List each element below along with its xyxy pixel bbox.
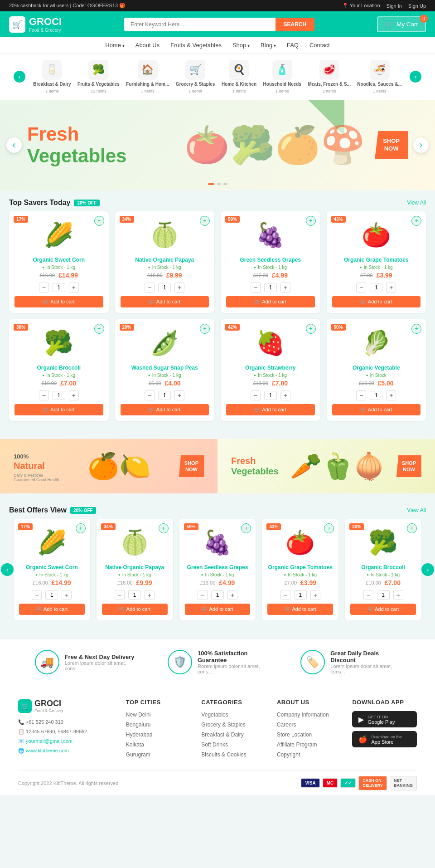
product-fav-3[interactable]: + [411,216,421,226]
qty-plus-4[interactable]: + [69,390,79,400]
footer-link-anchor-0-3[interactable]: Kolkata [126,741,144,748]
product-name-0[interactable]: Organic Sweet Corn [19,564,85,571]
footer-link-anchor-2-1[interactable]: Careers [277,722,296,728]
product-name-2[interactable]: Green Seedless Grapes [226,257,315,263]
footer-link-1-2[interactable]: Breakfast & Dairy [201,731,266,738]
qty-plus-0[interactable]: + [69,283,79,293]
add-to-cart-2[interactable]: 🛒 Add to cart [226,296,315,307]
category-item-4[interactable]: 🍳 Home & Kitchen 1 Items [222,60,256,93]
footer-link-anchor-2-4[interactable]: Copyright [277,751,300,758]
footer-link-2-0[interactable]: Company Information [277,711,342,718]
signin-link[interactable]: Sign In [387,3,402,9]
qty-minus-0[interactable]: − [32,590,42,600]
add-to-cart-6[interactable]: 🛒 Add to cart [226,404,315,415]
add-to-cart-3[interactable]: 🛒 Add to cart [267,604,333,615]
footer-link-2-1[interactable]: Careers [277,721,342,728]
add-to-cart-0[interactable]: 🛒 Add to cart [14,296,103,307]
qty-minus-5[interactable]: − [145,390,155,400]
qty-minus-6[interactable]: − [251,390,261,400]
product-name-1[interactable]: Native Organic Papaya [121,257,209,263]
qty-plus-3[interactable]: + [310,590,320,600]
qty-minus-0[interactable]: − [39,283,49,293]
footer-link-2-3[interactable]: Affiliate Program [277,741,342,748]
qty-plus-5[interactable]: + [174,390,184,400]
nav-shop[interactable]: Shop [232,42,250,49]
category-item-3[interactable]: 🛒 Grocery & Staples 1 Items [176,60,215,93]
qty-input-5[interactable] [158,391,171,400]
product-name-7[interactable]: Organic Vegetable [332,365,421,371]
add-to-cart-5[interactable]: 🛒 Add to cart [121,404,209,415]
hero-shop-now[interactable]: SHOPNOW [375,131,408,159]
promo-shop-now-2[interactable]: SHOPNOW [396,455,421,478]
category-item-7[interactable]: 🍜 Noodles, Sauces &... 1 Items [357,60,401,93]
qty-minus-2[interactable]: − [198,590,208,600]
nav-faq[interactable]: FAQ [287,42,299,49]
footer-link-anchor-0-0[interactable]: New Delhi [126,712,151,718]
footer-link-anchor-2-0[interactable]: Company Information [277,712,329,718]
category-item-5[interactable]: 🧴 Household Needs 1 Items [263,60,301,93]
footer-link-anchor-0-2[interactable]: Hyderabad [126,731,153,738]
nav-contact[interactable]: Contact [309,42,330,49]
best-offers-next[interactable]: › [421,563,434,576]
footer-link-2-2[interactable]: Store Location [277,731,342,738]
footer-link-0-0[interactable]: New Delhi [126,711,191,718]
add-to-cart-4[interactable]: 🛒 Add to cart [14,404,103,415]
cat-prev-button[interactable]: ‹ [14,71,25,83]
category-item-6[interactable]: 🥩 Meats, Frozen & S... 2 Items [308,60,350,93]
qty-plus-1[interactable]: + [174,283,184,293]
product-fav-5[interactable]: + [200,324,210,334]
category-item-2[interactable]: 🏠 Furnishing & Hom... 1 Items [126,60,169,93]
qty-minus-3[interactable]: − [356,283,366,293]
qty-plus-7[interactable]: + [386,390,396,400]
add-to-cart-4[interactable]: 🛒 Add to cart [350,604,416,615]
product-fav-2[interactable]: + [306,216,316,226]
logo[interactable]: 🛒 GROCI Food & Grocery [9,16,62,33]
qty-input-0[interactable] [53,283,65,292]
qty-minus-1[interactable]: − [145,283,155,293]
add-to-cart-1[interactable]: 🛒 Add to cart [102,604,168,615]
qty-input-1[interactable] [158,283,171,292]
footer-link-1-3[interactable]: Soft Drinks [201,741,266,748]
qty-plus-1[interactable]: + [145,590,155,600]
qty-input-3[interactable] [294,590,307,600]
nav-blog[interactable]: Blog [261,42,276,49]
footer-link-1-4[interactable]: Biscuits & Cookies [201,751,266,758]
signup-link[interactable]: Sign Up [408,3,426,9]
product-fav-4[interactable]: + [94,324,104,334]
product-fav-0[interactable]: + [76,523,86,533]
qty-input-2[interactable] [211,590,224,600]
search-button[interactable]: SEARCH [276,18,315,31]
product-fav-7[interactable]: + [411,324,421,334]
google-play-badge[interactable]: ▶ GET IT ONGoogle Play [352,711,417,727]
product-name-1[interactable]: Native Organic Papaya [102,564,168,571]
footer-link-anchor-1-3[interactable]: Soft Drinks [201,741,228,748]
add-to-cart-0[interactable]: 🛒 Add to cart [19,604,85,615]
product-fav-0[interactable]: + [94,216,104,226]
product-fav-6[interactable]: + [306,324,316,334]
category-item-1[interactable]: 🥦 Fruits & Vegetables 12 Items [77,60,120,93]
qty-minus-4[interactable]: − [39,390,49,400]
footer-link-2-4[interactable]: Copyright [277,751,342,758]
footer-link-1-1[interactable]: Grocery & Staples [201,721,266,728]
product-name-5[interactable]: Washed Sugar Snap Peas [121,365,209,371]
qty-minus-1[interactable]: − [115,590,125,600]
footer-link-anchor-0-4[interactable]: Gurugram [126,751,150,758]
product-name-4[interactable]: Organic Broccoli [14,365,103,371]
top-savers-view-all[interactable]: View All [407,200,426,206]
product-fav-4[interactable]: + [407,523,417,533]
qty-minus-7[interactable]: − [356,390,366,400]
cat-next-button[interactable]: › [410,71,421,83]
qty-input-1[interactable] [128,590,141,600]
product-name-0[interactable]: Organic Sweet Corn [14,257,103,263]
qty-input-6[interactable] [264,391,277,400]
cart-button[interactable]: 🛒 My Cart 0 [377,16,426,32]
qty-plus-2[interactable]: + [280,283,290,293]
qty-input-4[interactable] [53,391,65,400]
add-to-cart-7[interactable]: 🛒 Add to cart [332,404,421,415]
product-name-4[interactable]: Organic Broccoli [350,564,416,571]
add-to-cart-3[interactable]: 🛒 Add to cart [332,296,421,307]
hero-next-button[interactable]: › [413,137,429,153]
qty-input-2[interactable] [264,283,277,292]
footer-link-anchor-2-3[interactable]: Affiliate Program [277,741,317,748]
search-input[interactable] [124,18,275,31]
